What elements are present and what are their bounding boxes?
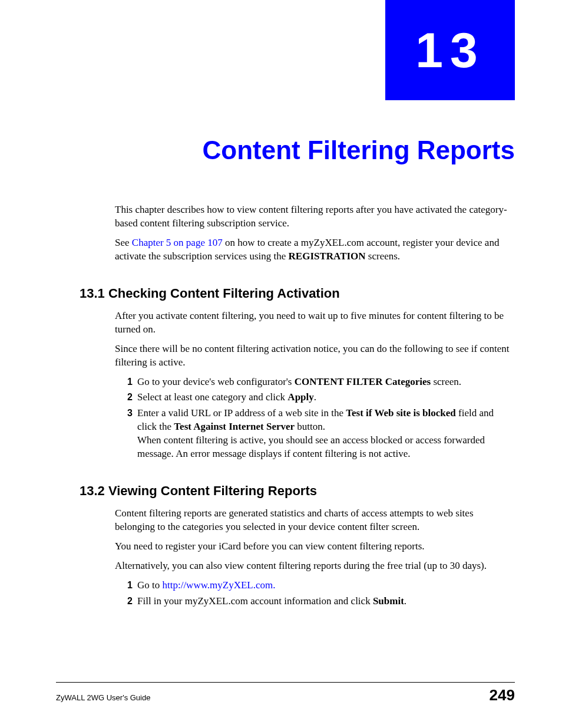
step-prefix: Select at least one category and click <box>137 391 287 403</box>
section1-step-1: 1 Go to your device's web configurator's… <box>121 375 515 389</box>
section1-step-2: 2 Select at least one category and click… <box>121 391 515 404</box>
intro-p2-bold: REGISTRATION <box>289 251 366 262</box>
footer-guide-name: ZyWALL 2WG User's Guide <box>56 693 150 702</box>
intro-p2-suffix: screens. <box>366 251 401 262</box>
section1-para1: After you activate content filtering, yo… <box>115 309 515 337</box>
step-suffix: . <box>314 391 316 403</box>
step-suffix: screen. <box>431 376 461 387</box>
chapter-title: Content Filtering Reports <box>203 136 515 165</box>
intro-paragraph-1: This chapter describes how to view conte… <box>115 203 515 230</box>
step-prefix: Go to <box>137 579 163 591</box>
step-bold: Apply <box>287 391 313 403</box>
step-suffix: . <box>404 595 406 607</box>
section1-para2: Since there will be no content filtering… <box>115 342 515 370</box>
chapter-number: 13 <box>415 22 484 79</box>
step-mid2: button. <box>295 421 325 432</box>
step-bold2: Test Against Internet Server <box>174 421 295 432</box>
step-number: 1 <box>121 579 137 592</box>
section2-para1: Content filtering reports are generated … <box>115 507 515 534</box>
section2-para2: You need to register your iCard before y… <box>115 540 515 554</box>
step-text: Fill in your myZyXEL.com account informa… <box>137 595 515 608</box>
section1-step-3: 3 Enter a valid URL or IP address of a w… <box>121 407 515 461</box>
step-bold: Test if Web site is blocked <box>346 407 456 419</box>
section2-step-1: 1 Go to http://www.myZyXEL.com. <box>121 579 515 592</box>
step-prefix: Fill in your myZyXEL.com account informa… <box>137 595 373 607</box>
step-bold: CONTENT FILTER Categories <box>295 376 431 387</box>
section-13-1-heading: 13.1 Checking Content Filtering Activati… <box>80 286 515 301</box>
step-number: 2 <box>121 391 137 404</box>
step-number: 1 <box>121 375 137 389</box>
intro-paragraph-2: See Chapter 5 on page 107 on how to crea… <box>115 236 515 263</box>
step-line2: When content filtering is active, you sh… <box>137 434 485 459</box>
step-text: Select at least one category and click A… <box>137 391 515 404</box>
step-text: Enter a valid URL or IP address of a web… <box>137 407 515 461</box>
step-prefix: Enter a valid URL or IP address of a web… <box>137 407 346 419</box>
step-prefix: Go to your device's web configurator's <box>137 376 295 387</box>
section-13-2-heading: 13.2 Viewing Content Filtering Reports <box>80 483 515 499</box>
cross-reference-link[interactable]: Chapter 5 on page 107 <box>132 237 223 248</box>
section2-step-2: 2 Fill in your myZyXEL.com account infor… <box>121 595 515 608</box>
intro-p2-prefix: See <box>115 237 132 248</box>
step-text: Go to your device's web configurator's C… <box>137 375 515 389</box>
step-bold: Submit <box>373 595 404 607</box>
chapter-number-box: 13 <box>385 0 515 100</box>
section2-para3: Alternatively, you can also view content… <box>115 559 515 573</box>
step-number: 2 <box>121 595 137 608</box>
page-footer: ZyWALL 2WG User's Guide 249 <box>56 682 515 704</box>
external-link[interactable]: http://www.myZyXEL.com. <box>163 579 276 591</box>
footer-page-number: 249 <box>490 686 515 704</box>
step-number: 3 <box>121 407 137 461</box>
step-text: Go to http://www.myZyXEL.com. <box>137 579 515 592</box>
page-content: This chapter describes how to view conte… <box>115 203 515 611</box>
